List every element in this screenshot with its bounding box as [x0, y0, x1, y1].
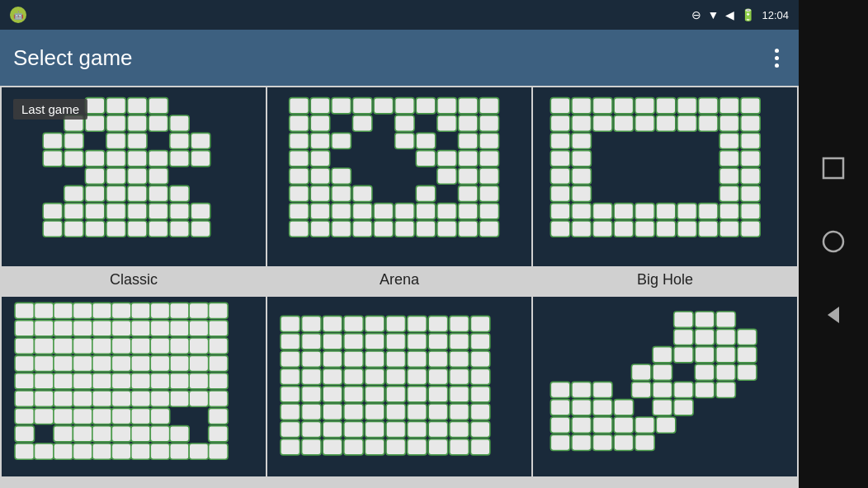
home-nav-button[interactable] [821, 229, 846, 260]
svg-rect-236 [54, 373, 73, 389]
svg-rect-219 [131, 321, 150, 336]
svg-rect-249 [92, 409, 111, 425]
svg-rect-81 [479, 151, 498, 167]
svg-rect-239 [73, 338, 92, 354]
svg-rect-357 [653, 347, 672, 363]
svg-rect-107 [332, 221, 351, 237]
svg-rect-211 [34, 356, 53, 372]
battery-icon: 🔋 [741, 8, 755, 21]
svg-rect-160 [719, 204, 738, 219]
svg-rect-235 [54, 356, 73, 372]
svg-rect-82 [290, 168, 309, 184]
svg-rect-61 [479, 98, 498, 114]
svg-rect-382 [572, 417, 591, 433]
svg-rect-232 [150, 426, 169, 442]
svg-rect-79 [437, 151, 456, 167]
svg-rect-339 [281, 439, 300, 455]
svg-rect-337 [450, 422, 469, 438]
game-item-arena[interactable]: Arena [267, 87, 531, 295]
svg-rect-103 [458, 204, 477, 219]
svg-rect-213 [34, 391, 53, 406]
game-thumbnail-big-hole [533, 87, 797, 266]
square-nav-button[interactable] [821, 156, 846, 186]
svg-rect-125 [741, 98, 760, 114]
svg-rect-149 [572, 185, 591, 201]
android-icon: 🤖 [10, 7, 26, 23]
svg-rect-284 [386, 334, 405, 350]
svg-rect-318 [470, 387, 489, 402]
svg-rect-267 [131, 373, 150, 389]
svg-rect-24 [191, 151, 210, 167]
svg-rect-285 [408, 334, 427, 350]
svg-marker-394 [828, 307, 839, 323]
svg-rect-55 [352, 98, 371, 114]
svg-rect-130 [635, 115, 654, 131]
svg-rect-28 [149, 168, 167, 184]
svg-rect-289 [281, 351, 300, 367]
svg-rect-223 [189, 338, 208, 354]
svg-rect-370 [631, 382, 650, 398]
svg-rect-217 [92, 321, 111, 336]
svg-rect-13 [106, 133, 125, 148]
svg-rect-43 [43, 221, 62, 237]
svg-rect-177 [15, 373, 34, 389]
svg-rect-313 [365, 387, 384, 402]
svg-rect-152 [550, 204, 569, 219]
svg-rect-155 [614, 204, 633, 219]
svg-rect-148 [550, 185, 569, 201]
svg-rect-88 [290, 185, 309, 201]
svg-rect-229 [92, 426, 111, 442]
game-item-spiral[interactable] [2, 297, 266, 487]
svg-rect-169 [699, 221, 718, 237]
game-item-pattern[interactable] [533, 297, 797, 487]
svg-rect-287 [450, 334, 469, 350]
svg-rect-6 [85, 115, 104, 131]
svg-rect-312 [344, 387, 363, 402]
svg-rect-246 [170, 373, 189, 389]
svg-rect-94 [479, 185, 498, 201]
svg-rect-133 [699, 115, 718, 131]
svg-rect-340 [302, 439, 321, 455]
svg-rect-215 [54, 321, 73, 336]
svg-rect-271 [323, 317, 342, 332]
svg-rect-57 [395, 98, 414, 114]
svg-rect-295 [408, 351, 427, 367]
game-item-big-hole[interactable]: Big Hole [533, 87, 797, 295]
svg-rect-121 [656, 98, 675, 114]
game-item-flat[interactable] [267, 297, 531, 487]
svg-rect-53 [310, 98, 329, 114]
svg-rect-36 [64, 204, 83, 219]
svg-rect-108 [352, 221, 371, 237]
dot1 [775, 49, 779, 53]
svg-rect-276 [428, 317, 447, 332]
svg-rect-171 [741, 221, 760, 237]
svg-rect-197 [131, 303, 150, 319]
dot2 [775, 56, 779, 60]
svg-rect-388 [572, 435, 591, 451]
svg-rect-199 [170, 303, 189, 319]
svg-rect-92 [416, 185, 435, 201]
more-options-button[interactable] [768, 42, 785, 74]
svg-rect-266 [111, 373, 130, 389]
svg-rect-392 [823, 158, 843, 178]
svg-rect-256 [92, 356, 111, 372]
svg-rect-44 [64, 221, 83, 237]
svg-rect-378 [614, 400, 633, 415]
svg-rect-188 [150, 443, 169, 459]
game-item-classic[interactable]: Last game [2, 87, 266, 295]
svg-rect-326 [428, 404, 447, 420]
svg-rect-183 [54, 443, 73, 459]
svg-rect-290 [302, 351, 321, 367]
svg-rect-233 [170, 426, 189, 442]
svg-rect-361 [737, 347, 756, 363]
svg-rect-383 [593, 417, 612, 433]
svg-rect-7 [106, 115, 125, 131]
svg-rect-86 [458, 168, 477, 184]
svg-rect-49 [170, 221, 189, 237]
svg-rect-39 [128, 204, 147, 219]
svg-rect-164 [593, 221, 612, 237]
svg-rect-359 [695, 347, 714, 363]
status-bar: 🤖 ⊖ ▼ ◀ 🔋 12:04 [0, 0, 799, 30]
back-nav-button[interactable] [821, 303, 846, 333]
svg-rect-33 [149, 185, 167, 201]
